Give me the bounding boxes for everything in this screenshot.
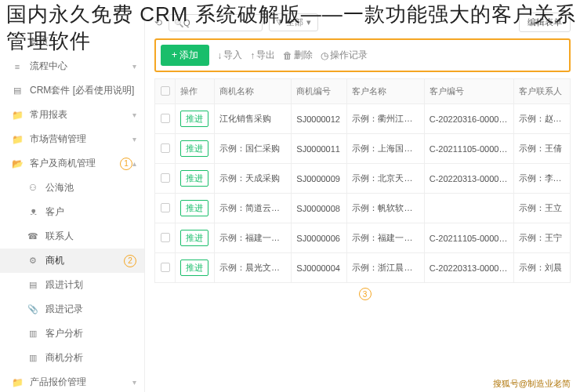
chevron-icon: ▾ (132, 135, 136, 143)
annotation-badge-3: 3 (154, 283, 571, 305)
sidebar-item-10[interactable]: ▤跟进计划 (0, 273, 144, 297)
sidebar-item-label: 客户分析 (45, 327, 136, 340)
doc-icon: ▤ (11, 85, 24, 97)
annotation-badge: 2 (124, 255, 136, 267)
sidebar-item-1[interactable]: ≡流程中心▾ (0, 54, 144, 78)
cell-contact: 示例：刘晨 (513, 253, 570, 283)
list-icon: ≡ (11, 60, 24, 73)
sidebar-item-11[interactable]: 📎跟进记录 (0, 297, 144, 321)
row-checkbox[interactable] (161, 263, 170, 272)
edit-form-button[interactable]: 编辑表单 (519, 13, 571, 32)
chevron-icon: ▾ (132, 378, 136, 387)
sidebar-item-4[interactable]: 📁市场营销管理▾ (0, 127, 144, 151)
table-wrap: 操作商机名称商机编号客户名称客户编号客户联系人 推进江化销售采购SJ000001… (145, 78, 580, 392)
row-checkbox[interactable] (161, 233, 170, 242)
cell-contact: 示例：赵仁民 (513, 104, 570, 134)
cell-contact: 示例：王倩 (513, 134, 570, 164)
row-checkbox[interactable] (161, 114, 170, 123)
chart-icon: ▥ (27, 352, 39, 365)
export-link[interactable]: ↑ 导出 (250, 49, 275, 62)
import-link[interactable]: ↓ 导入 (217, 49, 242, 62)
sidebar-item-2[interactable]: ▤CRM套件 [必看使用说明] (0, 78, 144, 103)
search-input[interactable] (183, 18, 246, 27)
sidebar-item-9[interactable]: ⚙商机2 (0, 249, 144, 273)
col-header[interactable]: 操作 (176, 79, 215, 104)
annotation-badge: 1 (120, 158, 132, 170)
cell-code: SJ0000009 (292, 164, 347, 194)
cell-name: 示例：简道云采购 (215, 194, 292, 223)
sidebar-item-3[interactable]: 📁常用报表▾ (0, 103, 144, 127)
cell-cnum: C-20220313-0000004 (424, 253, 513, 283)
sidebar-item-7[interactable]: ᴥ客户 (0, 200, 144, 224)
cell-cust: 示例：帆软软件有限公司 (347, 194, 424, 223)
sidebar-item-6[interactable]: ⚇公海池 (0, 176, 144, 200)
cell-cnum: C-20211105-0000001 (424, 134, 513, 164)
topbar: 全部 ▾ 编辑表单 (145, 6, 580, 38)
add-button[interactable]: + 添加 (161, 45, 209, 66)
chevron-icon: ▾ (132, 62, 136, 71)
col-header[interactable]: 客户联系人 (513, 79, 570, 104)
cell-contact: 示例：王立 (513, 194, 570, 223)
cell-cnum (424, 194, 513, 223)
row-checkbox[interactable] (161, 173, 170, 183)
select-all-checkbox[interactable] (161, 86, 170, 96)
search-box[interactable] (169, 14, 263, 31)
table-row: 推进示例：晨光文具设备...SJ0000004示例：浙江晨光文具...C-202… (155, 253, 571, 283)
sidebar-item-label: 跟进记录 (45, 303, 136, 316)
user-icon: ᴥ (27, 206, 39, 219)
cell-name: 示例：天成采购 (215, 164, 292, 194)
row-checkbox[interactable] (161, 203, 170, 212)
promote-button[interactable]: 推进 (180, 140, 208, 157)
col-header[interactable]: 客户名称 (347, 79, 424, 104)
sidebar-item-label: 产品报价管理 (30, 376, 132, 389)
sidebar-item-12[interactable]: ▥客户分析 (0, 321, 144, 346)
delete-link[interactable]: 🗑 删除 (283, 49, 313, 62)
filter-icon (276, 17, 283, 27)
col-header[interactable]: 商机名称 (215, 79, 292, 104)
cell-code: SJ0000012 (292, 104, 347, 134)
cell-cust: 示例：衢州江化集团 (347, 104, 424, 134)
cell-name: 示例：晨光文具设备... (215, 253, 292, 283)
cell-contact: 示例：王宁 (513, 223, 570, 253)
promote-button[interactable]: 推进 (180, 230, 208, 246)
sidebar-item-0[interactable]: ⌂首页 (0, 30, 144, 54)
gear-icon: ⚙ (27, 255, 39, 267)
sidebar-item-label: 首页 (30, 35, 136, 49)
sidebar-item-14[interactable]: 📁产品报价管理▾ (0, 370, 144, 392)
clip-icon: 📎 (27, 303, 39, 316)
chevron-down-icon: ▾ (306, 17, 311, 27)
sidebar-item-13[interactable]: ▥商机分析 (0, 346, 144, 370)
promote-button[interactable]: 推进 (180, 111, 208, 127)
row-checkbox[interactable] (161, 143, 170, 153)
clock-icon (321, 50, 328, 61)
col-header[interactable]: 客户编号 (424, 79, 513, 104)
col-header[interactable]: 商机编号 (292, 79, 347, 104)
folder-teal-icon: 📂 (11, 158, 24, 170)
sidebar-item-label: 流程中心 (30, 60, 132, 73)
folder-teal-icon: 📁 (11, 133, 24, 146)
search-icon (174, 17, 183, 28)
sidebar-item-label: 联系人 (45, 230, 136, 243)
cell-code: SJ0000004 (292, 253, 347, 283)
contact-icon: ☎ (27, 230, 39, 243)
sidebar-item-label: 商机分析 (45, 351, 136, 365)
refresh-icon[interactable] (154, 17, 162, 28)
log-link[interactable]: 操作记录 (321, 49, 368, 62)
table-row: 推进示例：国仁采购SJ0000011示例：上海国仁有限...C-20211105… (155, 134, 571, 164)
promote-button[interactable]: 推进 (180, 170, 208, 187)
filter-all[interactable]: 全部 ▾ (269, 13, 318, 31)
cell-code: SJ0000008 (292, 194, 347, 223)
table-row: 推进示例：天成采购SJ0000009示例：北京天诚软件...C-20220313… (155, 164, 571, 194)
data-table: 操作商机名称商机编号客户名称客户编号客户联系人 推进江化销售采购SJ000001… (154, 78, 571, 283)
filter-label: 全部 (286, 16, 303, 28)
sidebar-item-5[interactable]: 📂客户及商机管理1▴ (0, 151, 144, 176)
folder-teal-icon: 📁 (11, 109, 24, 122)
promote-button[interactable]: 推进 (180, 200, 208, 216)
cell-name: 示例：国仁采购 (215, 134, 292, 164)
sidebar-item-label: 常用报表 (30, 108, 132, 122)
sidebar-item-label: CRM套件 [必看使用说明] (30, 84, 136, 97)
cell-cust: 示例：上海国仁有限... (347, 134, 424, 164)
sidebar: ⌂首页≡流程中心▾▤CRM套件 [必看使用说明]📁常用报表▾📁市场营销管理▾📂客… (0, 6, 145, 392)
promote-button[interactable]: 推进 (180, 260, 208, 276)
sidebar-item-8[interactable]: ☎联系人 (0, 224, 144, 249)
